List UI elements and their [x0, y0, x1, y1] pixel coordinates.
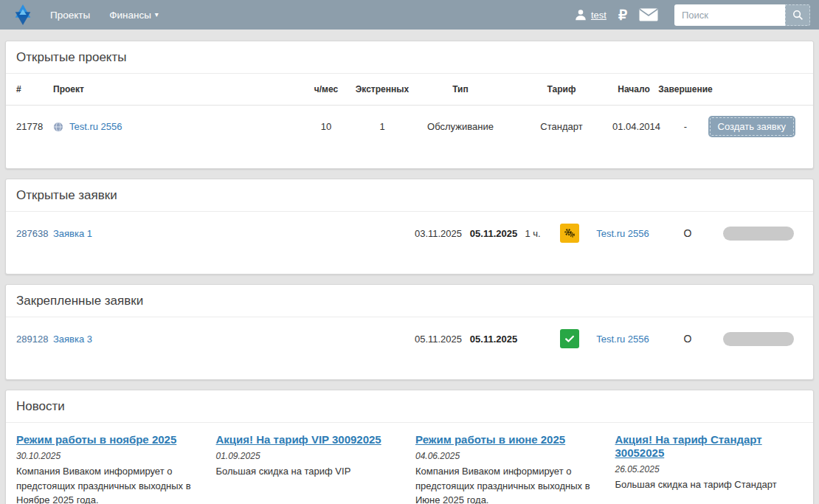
- gears-status-icon: [560, 224, 579, 243]
- news-date: 01.09.2025: [216, 451, 397, 461]
- news-date: 26.05.2025: [615, 464, 796, 474]
- col-header-number: #: [16, 74, 53, 105]
- news-item: Акция! На тариф VIP 30092025 01.09.2025 …: [216, 433, 397, 504]
- main-menu: Проекты Финансы▾: [50, 10, 178, 21]
- request-name-link[interactable]: Заявка 1: [53, 228, 407, 239]
- create-request-button[interactable]: Создать заявку: [710, 117, 795, 136]
- request-row: 287638 Заявка 1 03.11.2025 05.11.2025 1 …: [6, 212, 813, 274]
- col-header-project: Проект: [53, 74, 298, 105]
- project-row: 21778 Test.ru 2556 10 1 Обслуживание Ста…: [6, 106, 813, 168]
- col-header-actions: [716, 79, 795, 100]
- project-cell: Test.ru 2556: [53, 121, 298, 132]
- section-title-open-requests: Открытые заявки: [6, 179, 813, 212]
- col-header-start: Начало: [612, 74, 655, 105]
- request-due-date: 05.11.2025: [469, 334, 518, 345]
- open-requests-section: Открытые заявки 287638 Заявка 1 03.11.20…: [5, 179, 814, 275]
- app-logo-icon[interactable]: [12, 4, 34, 26]
- request-hours: 1 ч.: [518, 228, 547, 239]
- news-title-link[interactable]: Режим работы в ноябре 2025: [16, 433, 176, 446]
- mail-icon[interactable]: [639, 8, 658, 21]
- project-urgent-count: 1: [354, 121, 410, 132]
- news-item: Акция! На тариф Стандарт 30052025 26.05.…: [615, 433, 796, 504]
- request-name-link[interactable]: Заявка 3: [53, 334, 407, 345]
- menu-item-projects[interactable]: Проекты: [50, 10, 90, 21]
- search-button[interactable]: [785, 4, 810, 26]
- progress-pill: [723, 332, 794, 346]
- check-icon: [564, 334, 575, 344]
- request-project-link[interactable]: Test.ru 2556: [592, 228, 654, 239]
- pinned-requests-section: Закрепленные заявки 289128 Заявка 3 05.1…: [5, 284, 814, 380]
- col-header-end: Завершение: [655, 74, 716, 105]
- ruble-finance-icon[interactable]: ₽: [618, 8, 627, 22]
- username-label: test: [591, 10, 607, 21]
- news-title-link[interactable]: Акция! На тариф VIP 30092025: [216, 433, 381, 446]
- news-text: Компания Виваком информирует о предстоящ…: [415, 464, 596, 504]
- section-title-open-projects: Открытые проекты: [6, 41, 813, 74]
- news-item: Режим работы в ноябре 2025 30.10.2025 Ко…: [16, 433, 197, 504]
- search-icon: [792, 10, 804, 21]
- request-due-date: 05.11.2025: [469, 228, 518, 239]
- news-section: Новости Режим работы в ноябре 2025 30.10…: [5, 390, 814, 504]
- progress-pill: [723, 227, 794, 241]
- col-header-hours: ч/мес: [298, 74, 354, 105]
- search-box: [674, 4, 810, 26]
- news-text: Большая скидка на тариф Стандарт: [615, 477, 796, 492]
- news-date: 30.10.2025: [16, 451, 197, 461]
- check-status-icon: [560, 329, 579, 348]
- request-created-date: 03.11.2025: [407, 228, 469, 239]
- topbar: Проекты Финансы▾ test ₽: [0, 0, 819, 30]
- topbar-right: test ₽: [574, 4, 810, 26]
- user-account-link[interactable]: test: [574, 8, 607, 21]
- project-type: Обслуживание: [410, 121, 511, 132]
- project-hours-month: 10: [298, 121, 354, 132]
- col-header-tariff: Тариф: [511, 74, 612, 105]
- news-date: 04.06.2025: [415, 451, 596, 461]
- menu-item-finances[interactable]: Финансы▾: [109, 10, 159, 21]
- news-grid: Режим работы в ноябре 2025 30.10.2025 Ко…: [6, 423, 813, 504]
- project-start-date: 01.04.2014: [612, 121, 655, 132]
- search-input[interactable]: [674, 4, 785, 26]
- project-id: 21778: [16, 121, 53, 132]
- news-text: Компания Виваком информирует о предстоящ…: [16, 464, 197, 504]
- section-title-pinned-requests: Закрепленные заявки: [6, 285, 813, 317]
- menu-item-projects-label: Проекты: [50, 10, 90, 21]
- request-row: 289128 Заявка 3 05.11.2025 05.11.2025 Te…: [6, 317, 813, 379]
- request-id-link[interactable]: 289128: [16, 334, 53, 345]
- section-title-news: Новости: [6, 390, 813, 423]
- request-project-link[interactable]: Test.ru 2556: [592, 334, 654, 345]
- request-created-date: 05.11.2025: [407, 334, 469, 345]
- projects-table-header: # Проект ч/мес Экстренных Тип Тариф Нача…: [6, 74, 813, 106]
- news-title-link[interactable]: Режим работы в июне 2025: [415, 433, 565, 446]
- chevron-down-icon: ▾: [155, 11, 159, 18]
- request-id-link[interactable]: 287638: [16, 228, 53, 239]
- col-header-urgent: Экстренных: [354, 74, 410, 105]
- user-icon: [574, 8, 587, 21]
- news-item: Режим работы в июне 2025 04.06.2025 Комп…: [415, 433, 596, 504]
- news-title-link[interactable]: Акция! На тариф Стандарт 30052025: [615, 433, 762, 459]
- col-header-type: Тип: [410, 74, 511, 105]
- request-status-letter: О: [654, 227, 722, 239]
- globe-icon: [53, 122, 63, 132]
- menu-item-finances-label: Финансы: [109, 10, 151, 21]
- project-end-date: -: [655, 121, 716, 132]
- gears-icon: [564, 227, 576, 239]
- project-link[interactable]: Test.ru 2556: [69, 121, 122, 132]
- open-projects-section: Открытые проекты # Проект ч/мес Экстренн…: [5, 41, 814, 169]
- news-text: Большая скидка на тариф VIP: [216, 464, 397, 479]
- request-status-letter: О: [654, 333, 722, 345]
- project-tariff: Стандарт: [511, 121, 612, 132]
